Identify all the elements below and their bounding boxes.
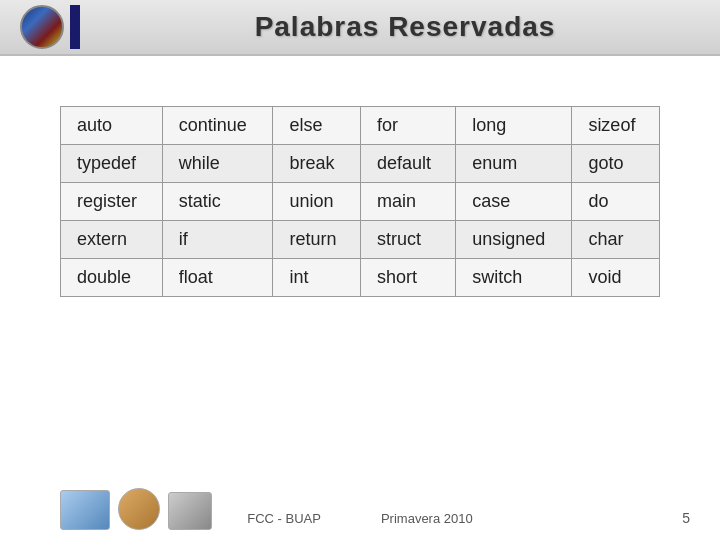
table-row: typedefwhilebreakdefaultenumgoto xyxy=(61,145,660,183)
logo-icon xyxy=(20,5,64,49)
table-row: doublefloatintshortswitchvoid xyxy=(61,259,660,297)
table-cell: static xyxy=(162,183,273,221)
table-cell: switch xyxy=(456,259,572,297)
table-cell: default xyxy=(361,145,456,183)
table-cell: typedef xyxy=(61,145,163,183)
table-cell: case xyxy=(456,183,572,221)
bottom-logos xyxy=(60,488,212,530)
table-cell: continue xyxy=(162,107,273,145)
page-title: Palabras Reservadas xyxy=(110,11,700,43)
table-cell: void xyxy=(572,259,660,297)
table-cell: union xyxy=(273,183,361,221)
table-cell: while xyxy=(162,145,273,183)
header: Palabras Reservadas xyxy=(0,0,720,56)
bottom-logo-2 xyxy=(118,488,160,530)
table-body: autocontinueelseforlongsizeoftypedefwhil… xyxy=(61,107,660,297)
table-cell: extern xyxy=(61,221,163,259)
footer-right: Primavera 2010 xyxy=(381,511,473,526)
table-cell: for xyxy=(361,107,456,145)
table-cell: return xyxy=(273,221,361,259)
table-cell: goto xyxy=(572,145,660,183)
keywords-table: autocontinueelseforlongsizeoftypedefwhil… xyxy=(60,106,660,297)
bottom-logo-3 xyxy=(168,492,212,530)
table-cell: main xyxy=(361,183,456,221)
footer-left: FCC - BUAP xyxy=(247,511,321,526)
bottom-logo-1 xyxy=(60,490,110,530)
table-row: autocontinueelseforlongsizeof xyxy=(61,107,660,145)
table-cell: register xyxy=(61,183,163,221)
logo-bar xyxy=(70,5,80,49)
logo-area xyxy=(20,5,90,49)
table-cell: do xyxy=(572,183,660,221)
table-row: externifreturnstructunsignedchar xyxy=(61,221,660,259)
table-cell: short xyxy=(361,259,456,297)
table-cell: struct xyxy=(361,221,456,259)
table-cell: char xyxy=(572,221,660,259)
table-row: registerstaticunionmaincasedo xyxy=(61,183,660,221)
page-number: 5 xyxy=(682,510,690,526)
table-cell: double xyxy=(61,259,163,297)
table-cell: break xyxy=(273,145,361,183)
main-content: autocontinueelseforlongsizeoftypedefwhil… xyxy=(0,56,720,317)
table-cell: auto xyxy=(61,107,163,145)
table-cell: enum xyxy=(456,145,572,183)
table-cell: float xyxy=(162,259,273,297)
table-cell: int xyxy=(273,259,361,297)
table-cell: if xyxy=(162,221,273,259)
table-cell: long xyxy=(456,107,572,145)
table-cell: sizeof xyxy=(572,107,660,145)
table-cell: else xyxy=(273,107,361,145)
table-cell: unsigned xyxy=(456,221,572,259)
